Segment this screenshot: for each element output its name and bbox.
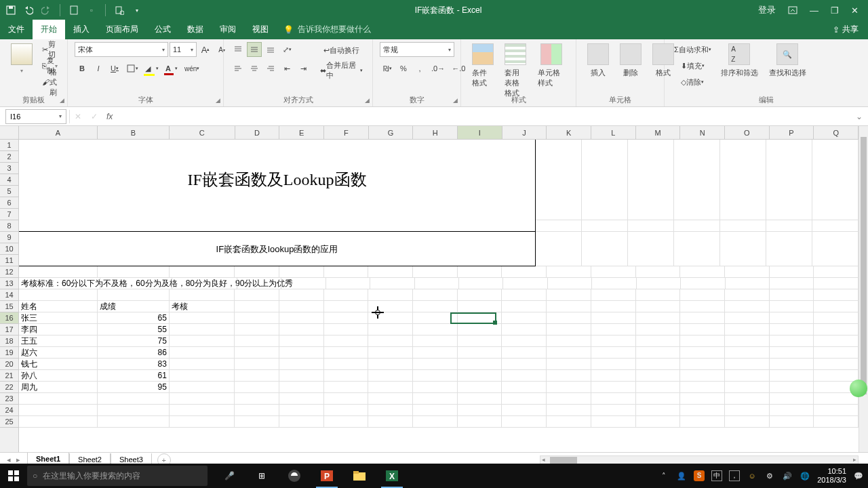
tab-layout[interactable]: 页面布局: [98, 20, 146, 39]
col-header-L[interactable]: L: [591, 126, 636, 139]
comma-button[interactable]: ,: [412, 61, 427, 76]
row-header-24[interactable]: 24: [0, 405, 18, 416]
print-preview-icon[interactable]: [114, 5, 125, 16]
touch-icon[interactable]: ▫: [86, 5, 97, 16]
score-cell[interactable]: 55: [98, 324, 170, 336]
name-cell[interactable]: 孙八: [19, 370, 98, 382]
italic-button[interactable]: I: [91, 61, 106, 76]
ribbon-options-icon[interactable]: [788, 6, 797, 14]
row-header-25[interactable]: 25: [0, 416, 18, 428]
align-middle-button[interactable]: [247, 42, 262, 57]
font-color-button[interactable]: A▾: [163, 61, 180, 76]
font-size-combo[interactable]: 11▾: [170, 42, 197, 57]
row-header-4[interactable]: 4: [0, 174, 18, 186]
sort-filter-button[interactable]: AZ排序和筛选: [717, 42, 762, 79]
tb-taskview-icon[interactable]: ⊞: [247, 464, 277, 488]
tray-settings-icon[interactable]: ⚙: [764, 470, 775, 481]
clipboard-launcher[interactable]: ◢: [60, 97, 64, 104]
row-header-5[interactable]: 5: [0, 186, 18, 197]
close-icon[interactable]: ✕: [851, 5, 859, 16]
score-cell[interactable]: 61: [98, 370, 170, 382]
share-button[interactable]: ⇪共享: [823, 20, 868, 39]
row-header-3[interactable]: 3: [0, 163, 18, 174]
row-header-19[interactable]: 19: [0, 347, 18, 359]
border-button[interactable]: ▾: [123, 61, 141, 76]
row-header-16[interactable]: 16: [0, 312, 18, 324]
col-header-H[interactable]: H: [413, 126, 458, 139]
fill-button[interactable]: ⬇填充▾: [671, 58, 714, 73]
fill-color-button[interactable]: ◢▾: [142, 61, 161, 76]
tray-smile-icon[interactable]: ☺: [747, 470, 757, 481]
tray-notif-icon[interactable]: 💬: [853, 470, 864, 481]
undo-icon[interactable]: [23, 5, 34, 16]
row-header-12[interactable]: 12: [0, 266, 18, 278]
col-header-F[interactable]: F: [324, 126, 369, 139]
col-header-B[interactable]: B: [98, 126, 170, 139]
tell-me-search[interactable]: 💡告诉我你想要做什么: [277, 20, 378, 39]
row-header-8[interactable]: 8: [0, 220, 18, 232]
orientation-button[interactable]: ⤢▾: [279, 42, 294, 57]
redo-icon[interactable]: [41, 5, 52, 16]
insert-cells-button[interactable]: 插入: [583, 42, 613, 79]
row-header-9[interactable]: 9: [0, 232, 18, 243]
col-header-Q[interactable]: Q: [814, 126, 859, 139]
autosum-button[interactable]: Σ自动求和▾: [671, 42, 714, 57]
row-header-23[interactable]: 23: [0, 393, 18, 405]
align-bottom-button[interactable]: [263, 42, 278, 57]
font-launcher[interactable]: ◢: [216, 97, 220, 104]
row-header-13[interactable]: 13: [0, 278, 18, 289]
cond-format-button[interactable]: 条件格式: [468, 42, 498, 89]
name-cell[interactable]: 周九: [19, 382, 98, 393]
tray-clock[interactable]: 10:512018/3/3: [817, 467, 846, 485]
tb-app-1[interactable]: [279, 464, 309, 488]
row-header-6[interactable]: 6: [0, 197, 18, 209]
col-header-D[interactable]: D: [235, 126, 280, 139]
align-center-button[interactable]: [247, 61, 262, 76]
number-launcher[interactable]: ◢: [453, 97, 458, 104]
percent-button[interactable]: %: [396, 61, 411, 76]
tab-file[interactable]: 文件: [0, 20, 33, 39]
table-format-button[interactable]: 套用表格格式: [500, 42, 530, 100]
name-cell[interactable]: 李四: [19, 324, 98, 336]
col-header-P[interactable]: P: [770, 126, 814, 139]
formula-input[interactable]: [117, 109, 854, 124]
login-link[interactable]: 登录: [758, 4, 776, 16]
enter-formula-button[interactable]: ✓: [86, 109, 102, 124]
align-launcher[interactable]: ◢: [365, 97, 370, 104]
tb-explorer-icon[interactable]: [344, 464, 374, 488]
taskbar-search[interactable]: ○在这里输入你要搜索的内容: [27, 466, 208, 486]
select-all-corner[interactable]: [0, 126, 19, 140]
indent-inc-button[interactable]: ⇥: [296, 61, 311, 76]
tab-insert[interactable]: 插入: [65, 20, 98, 39]
painter-button[interactable]: 🖌格式刷: [39, 75, 60, 89]
delete-cells-button[interactable]: 删除: [616, 42, 646, 79]
wrap-text-button[interactable]: ↩自动换行: [317, 42, 366, 58]
tb-mic-icon[interactable]: 🎤: [214, 464, 244, 488]
row-header-1[interactable]: 1: [0, 140, 18, 151]
cell-styles-button[interactable]: 单元格样式: [534, 42, 569, 89]
tray-comma-icon[interactable]: ，: [729, 470, 740, 481]
row-header-15[interactable]: 15: [0, 301, 18, 312]
minimize-icon[interactable]: —: [810, 5, 818, 16]
tray-up-icon[interactable]: ˄: [658, 470, 669, 481]
start-button[interactable]: [0, 464, 27, 488]
expand-formula-icon[interactable]: ⌄: [854, 112, 868, 121]
row-header-21[interactable]: 21: [0, 370, 18, 382]
row-header-10[interactable]: 10: [0, 243, 18, 255]
score-cell[interactable]: 95: [98, 382, 170, 393]
tray-network-icon[interactable]: 🌐: [800, 470, 810, 481]
font-name-combo[interactable]: 宋体▾: [75, 42, 168, 57]
col-header-A[interactable]: A: [19, 126, 98, 139]
align-top-button[interactable]: [231, 42, 245, 57]
name-box[interactable]: I16▾: [5, 109, 66, 124]
qat-customize-icon[interactable]: ▾: [132, 5, 142, 16]
col-header-K[interactable]: K: [547, 126, 591, 139]
clear-button[interactable]: ◇清除▾: [671, 75, 714, 89]
maximize-icon[interactable]: ❐: [831, 5, 839, 16]
paste-button[interactable]: ▾: [7, 42, 37, 75]
col-header-G[interactable]: G: [369, 126, 414, 139]
tab-home[interactable]: 开始: [33, 20, 65, 39]
cancel-formula-button[interactable]: ✕: [70, 109, 86, 124]
row-header-14[interactable]: 14: [0, 289, 18, 301]
row-header-7[interactable]: 7: [0, 209, 18, 220]
